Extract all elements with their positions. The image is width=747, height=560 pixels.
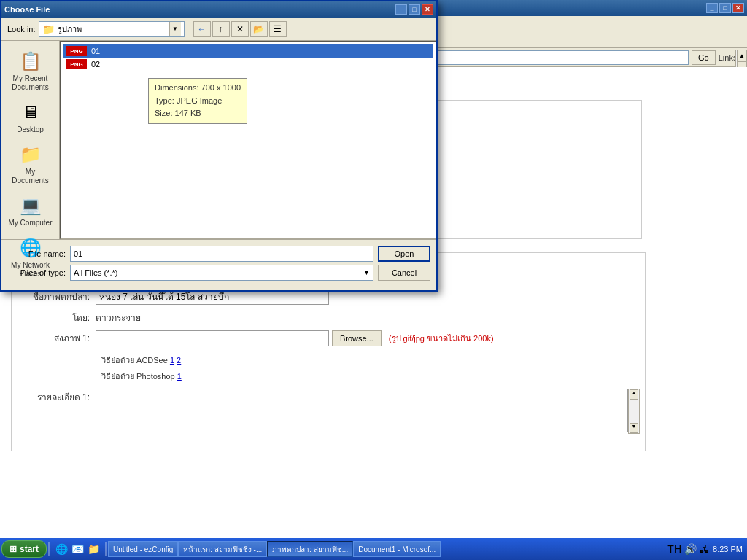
dialog-minimize-btn[interactable]: _ xyxy=(395,4,407,15)
scroll-up-btn[interactable]: ▲ xyxy=(737,50,747,61)
windows-logo: ⊞ xyxy=(9,544,17,554)
tray-network: 🖧 xyxy=(700,543,710,555)
taskbar-btn-ezconfig[interactable]: Untitled - ezConfig xyxy=(108,541,178,557)
taskbar-ie-icon[interactable]: 🌐 xyxy=(54,542,69,556)
my-computer-icon: 💻 xyxy=(19,194,42,217)
dialog-sidebar: 📋 My RecentDocuments 🖥 Desktop 📁 My Docu… xyxy=(1,41,60,239)
filetype-value: All Files (*.*) xyxy=(74,268,118,277)
taskbar-email-icon[interactable]: 📧 xyxy=(70,542,85,556)
dialog-close-btn[interactable]: ✕ xyxy=(422,4,433,15)
file-path-input[interactable] xyxy=(96,330,329,346)
go-button[interactable]: Go xyxy=(692,50,716,65)
detail-scrollbar[interactable]: ▲ ▼ xyxy=(628,389,640,434)
location-text: รูปภาพ xyxy=(58,23,166,36)
file-item-01[interactable]: PNG 01 xyxy=(63,44,433,58)
acdsee-link-1[interactable]: 1 xyxy=(170,356,174,365)
dialog-toolbar: Look in: 📁 รูปภาพ ▼ ← ↑ ✕ 📂 ☰ xyxy=(1,18,436,41)
dialog-title-buttons: _ □ ✕ xyxy=(395,4,433,15)
filetype-row: Files of type: All Files (*.*) ▼ Cancel xyxy=(7,265,430,281)
filename-row: File name: Open xyxy=(7,246,430,262)
ie-minimize-btn[interactable]: _ xyxy=(706,3,718,13)
taskbar-tray: TH 🔊 🖧 xyxy=(667,543,710,555)
taskbar-divider-2 xyxy=(105,542,107,556)
taskbar-right: TH 🔊 🖧 8:23 PM xyxy=(667,543,746,555)
filename-label: File name: xyxy=(7,249,66,258)
taskbar: ⊞ start 🌐 📧 📁 Untitled - ezConfig หน้าแร… xyxy=(0,538,747,560)
file-input-container: Browse... (รูป gif/jpg ขนาดไม่เกิน 200k) xyxy=(96,330,494,346)
my-computer-label: My Computer xyxy=(8,219,52,228)
look-in-label: Look in: xyxy=(7,25,36,34)
open-button[interactable]: Open xyxy=(378,246,430,262)
tooltip-type: Type: JPEG Image xyxy=(155,95,241,108)
file-name-01: 01 xyxy=(91,47,100,55)
file-badge-01: PNG xyxy=(66,46,87,56)
sidebar-my-computer[interactable]: 💻 My Computer xyxy=(4,191,56,230)
dialog-nav-buttons: ← ↑ ✕ 📂 ☰ xyxy=(193,21,287,37)
acdsee-row: วิธีย่อด้วย ACDSee 1 2 วิธีย่อด้วย Photo… xyxy=(101,352,634,383)
folder-icon: 📁 xyxy=(42,23,55,35)
taskbar-quick-launch: 🌐 📧 📁 xyxy=(54,542,101,556)
taskbar-folder-icon[interactable]: 📁 xyxy=(86,542,101,556)
photoshop-link-1[interactable]: 1 xyxy=(177,372,182,381)
photoshop-links: วิธีย่อด้วย Photoshop 1 xyxy=(101,370,182,383)
browse-button[interactable]: Browse... xyxy=(332,330,382,346)
start-button[interactable]: ⊞ start xyxy=(1,540,47,558)
filetype-combo[interactable]: All Files (*.*) ▼ xyxy=(70,265,374,281)
dialog-footer: File name: Open Files of type: All Files… xyxy=(1,239,436,290)
ie-close-btn[interactable]: ✕ xyxy=(732,3,744,13)
location-combo[interactable]: 📁 รูปภาพ ▼ xyxy=(39,21,185,37)
dialog-delete-btn[interactable]: ✕ xyxy=(231,21,249,37)
file-name-02: 02 xyxy=(91,60,100,69)
taskbar-btn-siamfishing2[interactable]: ภาพตกปลา: สยามฟิช... xyxy=(267,541,353,557)
dialog-view-btn[interactable]: ☰ xyxy=(269,21,287,37)
file-dialog: Choose File _ □ ✕ Look in: 📁 รูปภาพ ▼ ← … xyxy=(0,0,438,292)
file-item-02[interactable]: PNG 02 xyxy=(63,58,433,71)
taskbar-time: 8:23 PM xyxy=(713,545,743,553)
taskbar-btn-siamfishing1-label: หน้าแรก: สยามฟิชชิ่ง -... xyxy=(183,544,262,555)
sidebar-desktop[interactable]: 🖥 Desktop xyxy=(4,98,56,137)
my-documents-label: My Documents xyxy=(7,168,53,185)
file-list: PNG 01 PNG 02 Dimensions: 700 x 1000 Typ… xyxy=(60,41,436,239)
dialog-back-btn[interactable]: ← xyxy=(193,21,211,37)
location-arrow[interactable]: ▼ xyxy=(169,22,181,36)
taskbar-divider-1 xyxy=(48,542,50,556)
recent-docs-icon: 📋 xyxy=(19,50,42,73)
detail-label: รายละเอียด 1: xyxy=(23,390,96,404)
dialog-newfolder-btn[interactable]: 📂 xyxy=(250,21,268,37)
taskbar-btn-word-label: Document1 - Microsof... xyxy=(358,545,436,553)
dialog-restore-btn[interactable]: □ xyxy=(409,4,420,15)
filetype-label: Files of type: xyxy=(7,268,66,277)
detail-scroll-down[interactable]: ▼ xyxy=(630,423,638,433)
acdsee-link-2[interactable]: 2 xyxy=(177,356,181,365)
taskbar-btn-ezconfig-label: Untitled - ezConfig xyxy=(113,545,173,553)
detail-container: ▲ ▼ xyxy=(96,389,628,434)
detail-textarea[interactable] xyxy=(96,389,628,432)
taskbar-btn-siamfishing2-label: ภาพตกปลา: สยามฟิช... xyxy=(272,544,348,555)
detail-scroll-up[interactable]: ▲ xyxy=(630,389,638,400)
ie-restore-btn[interactable]: □ xyxy=(719,3,731,13)
dialog-body: 📋 My RecentDocuments 🖥 Desktop 📁 My Docu… xyxy=(1,41,436,239)
by-row: โดย: ตาวกระจาย xyxy=(23,311,634,324)
start-label: start xyxy=(20,544,39,554)
sidebar-my-documents[interactable]: 📁 My Documents xyxy=(4,140,56,188)
acdsee-links: วิธีย่อด้วย ACDSee 1 2 xyxy=(101,354,181,367)
tooltip-size: Size: 147 KB xyxy=(155,107,241,120)
links-label: Links xyxy=(719,53,738,62)
dialog-up-btn[interactable]: ↑ xyxy=(212,21,230,37)
taskbar-btn-word[interactable]: Document1 - Microsof... xyxy=(353,541,441,557)
cancel-button[interactable]: Cancel xyxy=(378,265,430,281)
recent-docs-label: My RecentDocuments xyxy=(12,74,49,92)
sidebar-recent-docs[interactable]: 📋 My RecentDocuments xyxy=(4,47,56,95)
dialog-titlebar: Choose File _ □ ✕ xyxy=(1,1,436,18)
size-note: (รูป gif/jpg ขนาดไม่เกิน 200k) xyxy=(389,332,494,345)
file-badge-02: PNG xyxy=(66,59,87,69)
detail-row: รายละเอียด 1: ▲ ▼ xyxy=(23,389,634,434)
tray-speaker: 🔊 xyxy=(684,543,697,555)
taskbar-btn-siamfishing1[interactable]: หน้าแรก: สยามฟิชชิ่ง -... xyxy=(178,541,267,557)
dialog-title: Choose File xyxy=(4,5,50,14)
image-label: ส่งภาพ 1: xyxy=(23,331,96,345)
filename-input[interactable] xyxy=(70,246,374,262)
my-documents-icon: 📁 xyxy=(19,143,42,166)
by-label: โดย: xyxy=(23,311,96,324)
tooltip-dimensions: Dimensions: 700 x 1000 xyxy=(155,82,241,95)
